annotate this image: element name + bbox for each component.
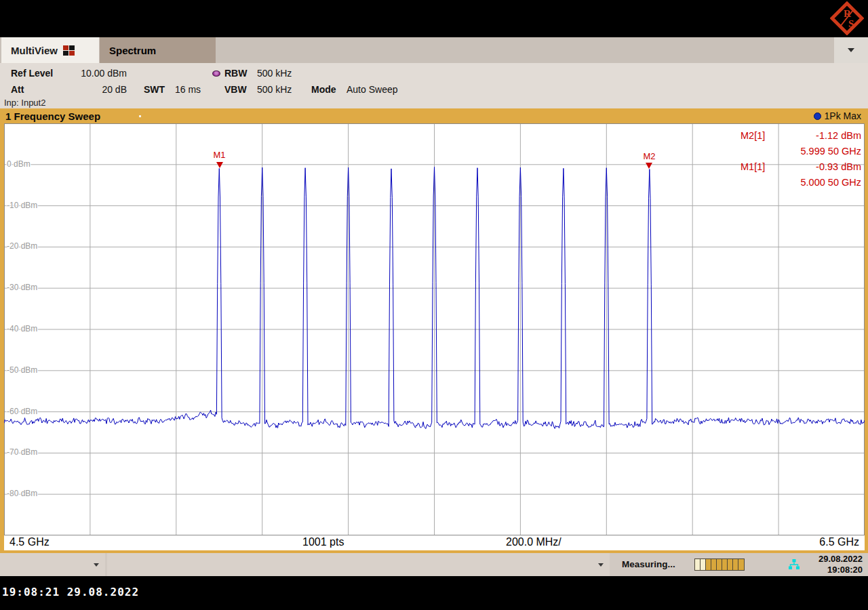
marker-readout: M2[1]-1.12 dBm5.999 50 GHzM1[1]-0.93 dBm… bbox=[741, 127, 861, 190]
measuring-status: Measuring... bbox=[622, 559, 675, 569]
x-axis-start: 4.5 GHz bbox=[9, 536, 50, 548]
y-axis-label: -40 dBm bbox=[7, 324, 37, 333]
rohde-schwarz-logo: R S bbox=[830, 1, 864, 35]
att-value[interactable]: 20 dB bbox=[41, 84, 127, 95]
progress-cell bbox=[701, 559, 706, 570]
swt-value[interactable]: 16 ms bbox=[175, 84, 201, 95]
rbw-label[interactable]: RBW bbox=[224, 68, 247, 79]
clock-text: 19:08:21 29.08.2022 bbox=[2, 586, 139, 598]
frequency-sweep-window: 1 Frequency Sweep 1Pk Max 0 dBm-10 dBm-2… bbox=[0, 108, 868, 553]
spectrum-graph[interactable]: 0 dBm-10 dBm-20 dBm-30 dBm-40 dBm-50 dBm… bbox=[4, 123, 865, 535]
window-title-bar: 1 Frequency Sweep 1Pk Max bbox=[0, 108, 868, 123]
marker-readout-value: -0.93 dBm bbox=[816, 161, 861, 172]
marker-m2-label: M2 bbox=[641, 151, 657, 161]
chevron-down-icon bbox=[94, 563, 99, 567]
y-axis-label: -70 dBm bbox=[7, 447, 37, 457]
y-axis-label: 0 dBm bbox=[7, 159, 31, 169]
progress-cell bbox=[695, 559, 701, 570]
att-label[interactable]: Att bbox=[11, 84, 24, 95]
sweep-points: 1001 pts bbox=[302, 536, 344, 548]
marker-readout-label: M2[1] bbox=[741, 130, 765, 141]
marker-readout-row: 5.000 50 GHz bbox=[741, 174, 861, 190]
y-axis-label: -80 dBm bbox=[7, 489, 37, 498]
marker-readout-row: 5.999 50 GHz bbox=[741, 143, 861, 159]
status-dropdown-main[interactable] bbox=[107, 553, 610, 576]
progress-cell bbox=[706, 559, 711, 570]
progress-cell bbox=[738, 559, 744, 570]
vbw-value[interactable]: 500 kHz bbox=[257, 84, 292, 95]
x-axis-stop: 6.5 GHz bbox=[819, 536, 859, 548]
tab-spectrum-label: Spectrum bbox=[109, 45, 156, 56]
status-dropdown-left[interactable] bbox=[0, 553, 105, 576]
svg-text:S: S bbox=[848, 18, 854, 29]
x-axis-scale: 200.0 MHz/ bbox=[506, 536, 561, 548]
tab-overflow-button[interactable] bbox=[834, 37, 868, 63]
trace-label: 1Pk Max bbox=[825, 110, 861, 121]
tab-multiview[interactable]: MultiView bbox=[1, 37, 99, 63]
progress-cell bbox=[728, 559, 733, 570]
settings-header: Ref Level 10.00 dBm Att 20 dB SWT 16 ms … bbox=[0, 63, 868, 108]
graph-overlay: 0 dBm-10 dBm-20 dBm-30 dBm-40 dBm-50 dBm… bbox=[4, 123, 865, 535]
trace-active-dot-icon bbox=[814, 113, 821, 120]
input-line: Inp: Input2 bbox=[4, 98, 45, 108]
marker-m2-icon[interactable] bbox=[646, 163, 652, 169]
status-date: 29.08.2022 bbox=[818, 554, 863, 565]
top-black-bar: R S bbox=[0, 0, 868, 37]
progress-cell bbox=[717, 559, 722, 570]
marker-readout-label: M1[1] bbox=[741, 161, 765, 172]
y-axis-label: -50 dBm bbox=[7, 365, 37, 375]
multiview-grid-icon bbox=[63, 45, 75, 56]
marker-readout-value: -1.12 dBm bbox=[816, 130, 861, 141]
vbw-label[interactable]: VBW bbox=[224, 84, 247, 95]
status-toolbar: Measuring... 29.08.2022 19:08:20 bbox=[0, 553, 868, 576]
mode-label[interactable]: Mode bbox=[311, 84, 336, 95]
ref-level-value[interactable]: 10.00 dBm bbox=[41, 68, 127, 79]
chevron-down-icon bbox=[598, 563, 604, 567]
sweep-progress-bar bbox=[694, 558, 745, 571]
marker-m1-icon[interactable] bbox=[216, 162, 223, 168]
window-title: 1 Frequency Sweep bbox=[0, 110, 100, 122]
spectrum-analyzer-screen: R S MultiView Spectrum Ref Level 10.00 d… bbox=[0, 0, 868, 610]
title-artifact-dot bbox=[139, 115, 141, 117]
svg-text:R: R bbox=[844, 8, 851, 19]
clock-bar: 19:08:21 29.08.2022 bbox=[0, 576, 868, 610]
marker-readout-row: M2[1]-1.12 dBm bbox=[741, 127, 861, 143]
rbw-value[interactable]: 500 kHz bbox=[257, 68, 292, 79]
status-datetime: 29.08.2022 19:08:20 bbox=[818, 554, 863, 575]
y-axis-label: -10 dBm bbox=[7, 201, 37, 210]
y-axis-label: -20 dBm bbox=[7, 241, 37, 251]
tab-spectrum[interactable]: Spectrum bbox=[100, 37, 216, 63]
network-status-icon bbox=[787, 559, 801, 570]
tab-multiview-label: MultiView bbox=[11, 45, 58, 56]
chevron-down-icon bbox=[848, 48, 854, 52]
status-time: 19:08:20 bbox=[818, 565, 863, 575]
y-axis-label: -60 dBm bbox=[7, 407, 37, 416]
marker-readout-row: M1[1]-0.93 dBm bbox=[741, 159, 861, 174]
trace-info[interactable]: 1Pk Max bbox=[814, 110, 861, 121]
tab-bar: MultiView Spectrum bbox=[0, 37, 868, 63]
mode-value[interactable]: Auto Sweep bbox=[347, 84, 398, 95]
x-axis-bar: 4.5 GHz 1001 pts 200.0 MHz/ 6.5 GHz bbox=[4, 535, 865, 550]
marker-readout-value: 5.999 50 GHz bbox=[801, 146, 861, 157]
progress-cell bbox=[733, 559, 738, 570]
coupling-indicator-dot bbox=[212, 70, 220, 77]
marker-m1-label: M1 bbox=[212, 150, 228, 160]
y-axis-label: -30 dBm bbox=[7, 283, 37, 292]
progress-cell bbox=[711, 559, 717, 570]
marker-readout-value: 5.000 50 GHz bbox=[801, 177, 861, 188]
progress-cell bbox=[722, 559, 728, 570]
swt-label[interactable]: SWT bbox=[144, 84, 165, 95]
